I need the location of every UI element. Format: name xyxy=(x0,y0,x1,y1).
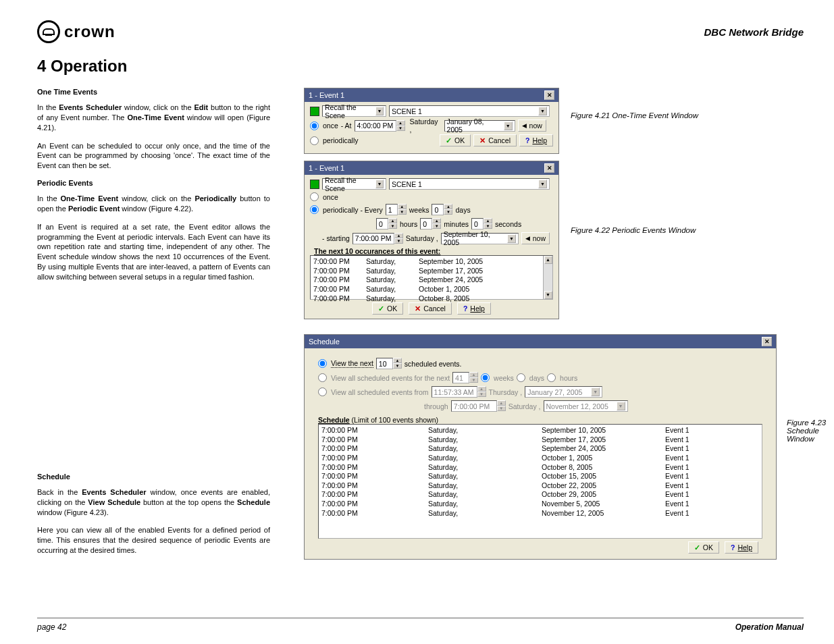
page-footer: page 42 Operation Manual xyxy=(37,618,804,632)
once-label: once xyxy=(323,122,338,130)
paragraph: Back in the Events Scheduler window, onc… xyxy=(37,487,270,518)
triangle-left-icon: ◀ xyxy=(525,235,530,242)
figure-caption: Figure 4.23 Schedule Window xyxy=(787,419,834,443)
minutes-spinner[interactable]: 0▲▼ xyxy=(420,218,441,230)
check-icon: ✓ xyxy=(446,136,452,144)
list-item: 7:00:00 PMSaturday,October 8, 2005Event … xyxy=(321,463,759,473)
question-icon: ? xyxy=(731,543,735,552)
cancel-button[interactable]: ✕Cancel xyxy=(473,134,517,146)
list-item: 7:00:00 PMSaturday,September 10, 2005 xyxy=(313,257,550,267)
unit-days-radio[interactable] xyxy=(517,373,525,382)
chevron-down-icon[interactable]: ▼ xyxy=(375,180,384,188)
list-item: 7:00:00 PMSaturday,October 15, 2005Event… xyxy=(321,472,759,481)
action-combo[interactable]: Recall the Scene▼ xyxy=(322,178,386,190)
view-from-radio[interactable] xyxy=(318,387,327,396)
window-title: 1 - Event 1 xyxy=(309,91,344,99)
list-item: 7:00:00 PMSaturday,October 22, 2005Event… xyxy=(321,481,759,491)
start-time-spinner[interactable]: 7:00:00 PM▲▼ xyxy=(353,233,403,244)
once-radio[interactable] xyxy=(310,192,319,201)
start-date-combo[interactable]: September 10, 2005▼ xyxy=(441,233,519,244)
spin-down-icon[interactable]: ▼ xyxy=(396,126,405,131)
ok-button[interactable]: ✓OK xyxy=(372,302,403,315)
figure-caption: Figure 4.22 Periodic Events Window xyxy=(571,226,696,234)
list-item: 7:00:00 PMSaturday,September 10, 2005Eve… xyxy=(321,426,759,435)
unit-hours-radio[interactable] xyxy=(547,373,556,382)
chevron-down-icon[interactable]: ▼ xyxy=(591,387,600,396)
paragraph: If an Event is required at a set rate, t… xyxy=(37,222,270,282)
list-item: 7:00:00 PMSaturday,September 24, 2005 xyxy=(313,275,550,285)
view-next-radio[interactable] xyxy=(318,359,327,368)
scrollbar[interactable]: ▲▼ xyxy=(543,256,552,299)
ok-button[interactable]: ✓OK xyxy=(440,134,471,146)
color-swatch[interactable] xyxy=(310,107,319,116)
chevron-down-icon[interactable]: ▼ xyxy=(504,122,513,130)
check-icon: ✓ xyxy=(378,304,384,313)
unit-weeks-radio[interactable] xyxy=(481,373,490,382)
check-icon: ✓ xyxy=(694,543,700,552)
color-swatch[interactable] xyxy=(310,180,319,189)
days-spinner[interactable]: 0▲▼ xyxy=(432,204,452,215)
paragraph: In the Events Scheduler window, click on… xyxy=(37,103,270,133)
product-name: DBC Network Bridge xyxy=(704,26,804,38)
now-button[interactable]: ◀now xyxy=(521,232,550,244)
triangle-left-icon: ◀ xyxy=(522,122,527,129)
from-time-spinner[interactable]: 11:57:33 AM▲▼ xyxy=(432,386,486,398)
help-button[interactable]: ?Help xyxy=(725,541,758,554)
help-button[interactable]: ?Help xyxy=(519,134,553,146)
scroll-down-icon[interactable]: ▼ xyxy=(544,291,552,299)
brand-name: crown xyxy=(64,22,115,41)
view-for-next-radio[interactable] xyxy=(318,373,327,382)
list-item: 7:00:00 PMSaturday,September 17, 2005 xyxy=(313,267,550,276)
paragraph: An Event can be scheduled to occur only … xyxy=(37,141,270,171)
page-number: page 42 xyxy=(37,622,66,632)
manual-title: Operation Manual xyxy=(735,622,804,632)
day-value: Saturday , xyxy=(408,120,442,132)
ok-button[interactable]: ✓OK xyxy=(688,541,719,554)
close-button[interactable]: ✕ xyxy=(544,163,554,173)
heading-one-time: One Time Events xyxy=(37,88,270,96)
figure-caption: Figure 4.21 One-Time Event Window xyxy=(571,111,698,119)
one-time-event-window: 1 - Event 1 ✕ Recall the Scene▼ SCENE 1▼… xyxy=(304,88,559,154)
seconds-spinner[interactable]: 0▲▼ xyxy=(471,218,492,230)
from-date-combo[interactable]: January 27, 2005▼ xyxy=(525,386,602,398)
hours-spinner[interactable]: 0▲▼ xyxy=(376,218,397,230)
through-date-combo[interactable]: November 12, 2005▼ xyxy=(544,400,628,412)
heading-periodic: Periodic Events xyxy=(37,179,270,187)
periodically-radio[interactable] xyxy=(310,136,319,145)
heading-schedule: Schedule xyxy=(37,473,270,481)
x-icon: ✕ xyxy=(415,304,421,313)
once-radio[interactable] xyxy=(310,122,319,130)
through-time-spinner[interactable]: 7:00:00 PM▲▼ xyxy=(451,400,506,412)
question-icon: ? xyxy=(463,304,467,313)
logo-icon xyxy=(37,20,60,43)
count-spinner[interactable]: 10▲▼ xyxy=(376,358,402,369)
brand-logo: crown xyxy=(37,20,115,43)
now-button[interactable]: ◀now xyxy=(518,119,546,132)
date-combo[interactable]: January 08, 2005▼ xyxy=(444,120,515,132)
chevron-down-icon[interactable]: ▼ xyxy=(375,107,384,115)
schedule-window: Schedule ✕ View the next 10▲▼ scheduled … xyxy=(304,334,777,560)
scroll-up-icon[interactable]: ▲ xyxy=(544,256,552,264)
help-button[interactable]: ?Help xyxy=(457,302,491,315)
period-spinner[interactable]: 41▲▼ xyxy=(452,372,478,383)
list-item: 7:00:00 PMSaturday,November 12, 2005Even… xyxy=(321,509,759,518)
periodically-radio[interactable] xyxy=(310,205,319,214)
action-combo[interactable]: Recall the Scene▼ xyxy=(322,105,386,117)
time-spinner[interactable]: 4:00:00 PM▲▼ xyxy=(355,120,405,132)
scene-combo[interactable]: SCENE 1▼ xyxy=(389,105,550,117)
scene-combo[interactable]: SCENE 1▼ xyxy=(389,178,550,190)
weeks-spinner[interactable]: 1▲▼ xyxy=(386,204,407,215)
at-label: - At xyxy=(341,122,352,130)
chevron-down-icon[interactable]: ▼ xyxy=(538,180,547,188)
paragraph: In the One-Time Event window, click on t… xyxy=(37,194,270,214)
chevron-down-icon[interactable]: ▼ xyxy=(538,107,547,115)
close-button[interactable]: ✕ xyxy=(762,337,772,346)
periodic-event-window: 1 - Event 1 ✕ Recall the Scene▼ SCENE 1▼… xyxy=(304,161,559,319)
spin-up-icon[interactable]: ▲ xyxy=(396,120,405,126)
cancel-button[interactable]: ✕Cancel xyxy=(409,302,452,315)
close-button[interactable]: ✕ xyxy=(544,90,554,100)
list-item: 7:00:00 PMSaturday,October 1, 2005Event … xyxy=(321,454,759,463)
chevron-down-icon[interactable]: ▼ xyxy=(617,402,625,410)
list-item: 7:00:00 PMSaturday,September 24, 2005Eve… xyxy=(321,444,759,454)
chevron-down-icon[interactable]: ▼ xyxy=(507,234,515,243)
